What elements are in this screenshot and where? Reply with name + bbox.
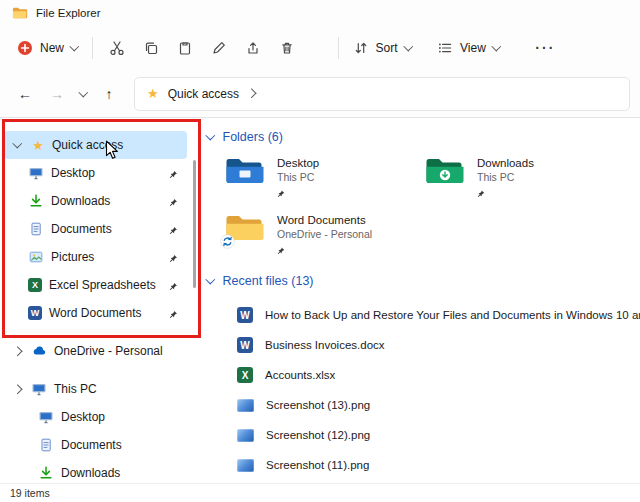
sidebar-item-thispc-desktop[interactable]: Desktop [4, 403, 187, 431]
address-breadcrumb-bar[interactable]: ★ Quick access [134, 77, 630, 111]
sidebar-item-thispc-documents[interactable]: Documents [4, 431, 187, 459]
file-name: Business Invoices.docx [265, 339, 385, 351]
excel-file-icon: X [237, 367, 253, 383]
up-icon: ↑ [106, 86, 113, 102]
breadcrumb-location[interactable]: Quick access [168, 87, 239, 101]
share-button[interactable] [236, 31, 270, 65]
file-name: Screenshot (13).png [266, 399, 370, 411]
cut-button[interactable] [100, 31, 134, 65]
file-row[interactable]: W How to Back Up and Restore Your Files … [237, 300, 640, 330]
new-plus-icon [17, 40, 33, 56]
sidebar-item-desktop[interactable]: Desktop [4, 159, 187, 187]
folders-grid: Desktop This PC [225, 156, 640, 254]
pin-icon [169, 252, 179, 262]
chevron-down-icon [403, 42, 412, 51]
desktop-folder-icon [225, 156, 265, 188]
sidebar-item-label: Desktop [51, 166, 95, 180]
desktop-icon [28, 165, 44, 181]
chevron-down-icon [12, 139, 21, 148]
view-icon [437, 40, 453, 56]
sidebar-item-downloads[interactable]: Downloads [4, 187, 187, 215]
folder-name: Word Documents [277, 214, 372, 226]
more-options-icon: ··· [535, 40, 555, 56]
sidebar-item-word-documents[interactable]: W Word Documents [4, 299, 187, 327]
recent-locations-button[interactable] [74, 79, 92, 109]
more-options-button[interactable]: ··· [528, 31, 562, 65]
new-button[interactable]: New [10, 31, 85, 65]
title-bar: File Explorer [0, 0, 640, 26]
folder-tile-downloads[interactable]: Downloads This PC [425, 156, 625, 197]
view-button[interactable]: View [430, 31, 506, 65]
folder-location: This PC [477, 171, 534, 183]
chevron-right-icon [12, 346, 21, 355]
file-name: Accounts.xlsx [265, 369, 335, 381]
file-row[interactable]: Screenshot (12).png [237, 420, 640, 450]
pin-icon [169, 168, 179, 178]
downloads-icon [28, 193, 44, 209]
sidebar-item-excel-spreadsheets[interactable]: X Excel Spreadsheets [4, 271, 187, 299]
sidebar-item-label: Documents [61, 438, 122, 452]
file-row[interactable]: W Business Invoices.docx [237, 330, 640, 360]
onedrive-icon [31, 343, 47, 359]
word-icon: W [28, 306, 42, 320]
downloads-icon [38, 465, 54, 481]
this-pc-icon [31, 381, 47, 397]
folders-section-label: Folders (6) [223, 130, 283, 144]
forward-button[interactable]: → [42, 79, 72, 109]
sidebar-item-label: Documents [51, 222, 112, 236]
up-button[interactable]: ↑ [94, 79, 124, 109]
cut-icon [109, 40, 125, 56]
sidebar-item-label: Word Documents [49, 306, 141, 320]
folder-tile-word-documents[interactable]: Word Documents OneDrive - Personal [225, 213, 425, 254]
rename-button[interactable] [202, 31, 236, 65]
file-explorer-window: File Explorer New [0, 0, 640, 502]
sidebar-item-this-pc[interactable]: This PC [4, 375, 187, 403]
delete-button[interactable] [270, 31, 304, 65]
sidebar-item-label: Pictures [51, 250, 94, 264]
file-row[interactable]: Screenshot (13).png [237, 390, 640, 420]
share-icon [245, 40, 261, 56]
sort-icon [353, 40, 369, 56]
sidebar-item-onedrive[interactable]: OneDrive - Personal [4, 337, 187, 365]
paste-button[interactable] [168, 31, 202, 65]
image-file-icon [237, 459, 254, 472]
back-button[interactable]: ← [10, 79, 40, 109]
new-button-label: New [40, 41, 64, 55]
chevron-down-icon [78, 87, 87, 96]
recent-files-list: W How to Back Up and Restore Your Files … [237, 300, 640, 480]
delete-icon [279, 40, 295, 56]
sidebar-scrollbar[interactable] [193, 160, 196, 288]
pin-icon [277, 245, 286, 254]
view-button-label: View [460, 41, 486, 55]
command-bar: New [0, 26, 640, 70]
documents-icon [38, 437, 54, 453]
breadcrumb-chevron-icon[interactable] [247, 89, 256, 98]
recent-files-section-label: Recent files (13) [223, 274, 314, 288]
content-area: ★ Quick access Desktop Downloads [0, 118, 640, 484]
window-title: File Explorer [36, 7, 101, 19]
address-bar-row: ← → ↑ ★ Quick access [0, 70, 640, 118]
toolbar-separator [338, 37, 339, 59]
recent-files-section-header[interactable]: Recent files (13) [207, 274, 640, 288]
pin-icon [477, 188, 486, 197]
sidebar-item-documents[interactable]: Documents [4, 215, 187, 243]
sort-button-label: Sort [376, 41, 398, 55]
sidebar-item-pictures[interactable]: Pictures [4, 243, 187, 271]
sidebar-item-label: Excel Spreadsheets [49, 278, 156, 292]
folder-tile-desktop[interactable]: Desktop This PC [225, 156, 425, 197]
quick-access-star-icon: ★ [31, 139, 45, 152]
sidebar-item-quick-access[interactable]: ★ Quick access [4, 131, 187, 159]
file-name: How to Back Up and Restore Your Files an… [265, 309, 640, 321]
files-pane: Folders (6) Desktop This PC [197, 118, 640, 484]
file-row[interactable]: Screenshot (11).png [237, 450, 640, 480]
copy-icon [143, 40, 159, 56]
sort-button[interactable]: Sort [346, 31, 419, 65]
file-row[interactable]: X Accounts.xlsx [237, 360, 640, 390]
documents-icon [28, 221, 44, 237]
desktop-icon [38, 409, 54, 425]
copy-button[interactable] [134, 31, 168, 65]
folders-section-header[interactable]: Folders (6) [207, 130, 640, 144]
quick-access-star-icon: ★ [147, 87, 159, 100]
sidebar-item-label: Downloads [51, 194, 110, 208]
sidebar-item-label: This PC [54, 382, 97, 396]
